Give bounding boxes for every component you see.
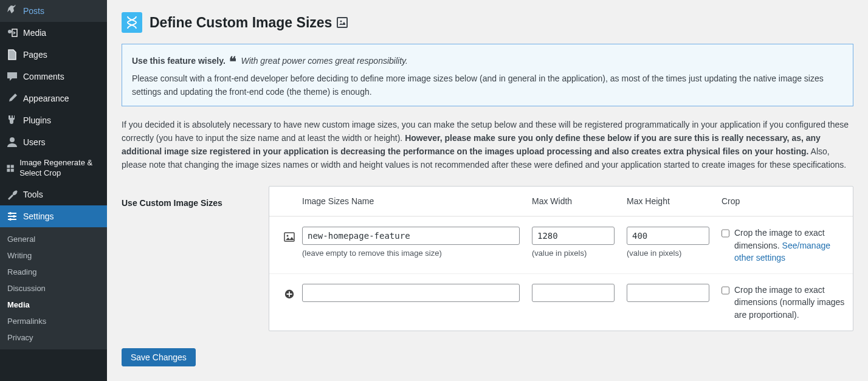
sidebar-item-label: Posts xyxy=(23,5,44,16)
description-text: If you decided it is absolutely necessar… xyxy=(122,118,853,171)
image-icon xyxy=(337,17,348,28)
save-button[interactable]: Save Changes xyxy=(122,348,196,366)
settings-submenu: General Writing Reading Discussion Media… xyxy=(0,227,107,349)
crop-label-text: Crop the image to exact dimensions (norm… xyxy=(734,284,846,321)
page-heading: Define Custom Image Sizes xyxy=(122,12,853,33)
plugin-logo-icon xyxy=(122,12,142,33)
crop-checkbox[interactable] xyxy=(722,228,729,238)
svg-rect-5 xyxy=(11,169,14,172)
add-row-icon[interactable] xyxy=(283,287,296,301)
name-hint: (leave empty to remove this image size) xyxy=(302,249,520,258)
sidebar-item-appearance[interactable]: Appearance xyxy=(0,88,107,109)
sidebar-item-comments[interactable]: Comments xyxy=(0,66,107,88)
col-header-width: Max Width xyxy=(532,196,627,206)
sidebar-item-label: Plugins xyxy=(23,115,51,126)
svg-point-0 xyxy=(8,30,12,33)
sidebar-item-label: Media xyxy=(23,27,46,38)
sidebar-item-media[interactable]: Media xyxy=(0,22,107,44)
sidebar-item-label: Settings xyxy=(23,211,54,222)
image-sizes-table: Image Sizes Name Max Width Max Height Cr… xyxy=(269,186,853,331)
max-width-input[interactable] xyxy=(532,227,615,245)
wrench-icon xyxy=(6,188,18,201)
submenu-item-privacy[interactable]: Privacy xyxy=(0,329,107,346)
size-name-input[interactable] xyxy=(302,284,520,302)
sidebar-item-pages[interactable]: Pages xyxy=(0,44,107,66)
svg-point-7 xyxy=(13,215,15,218)
table-row: Crop the image to exact dimensions (norm… xyxy=(269,273,853,331)
sidebar-item-settings[interactable]: Settings xyxy=(0,205,107,227)
svg-point-6 xyxy=(9,212,12,215)
media-icon xyxy=(6,27,18,39)
svg-point-9 xyxy=(340,21,342,22)
svg-point-1 xyxy=(10,137,15,142)
svg-point-8 xyxy=(9,218,12,221)
user-icon xyxy=(6,136,18,148)
sidebar-item-label: Image Regenerate & Select Crop xyxy=(19,158,102,179)
page-title: Define Custom Image Sizes xyxy=(150,15,332,31)
submenu-item-writing[interactable]: Writing xyxy=(0,247,107,264)
col-header-crop: Crop xyxy=(722,196,846,206)
table-header: Image Sizes Name Max Width Max Height Cr… xyxy=(269,187,853,216)
col-header-height: Max Height xyxy=(627,196,722,206)
pin-icon xyxy=(6,5,18,17)
sliders-icon xyxy=(6,210,18,222)
sidebar-item-label: Users xyxy=(23,137,46,148)
svg-rect-4 xyxy=(7,169,10,172)
crop-label-text: Crop the image to exact dimensions. See/… xyxy=(734,227,846,264)
warning-notice: Use this feature wisely. ❝ With great po… xyxy=(122,44,853,106)
sidebar-item-label: Comments xyxy=(23,71,64,82)
comment-icon xyxy=(6,70,18,83)
table-row: (leave empty to remove this image size) … xyxy=(269,216,853,273)
section-label: Use Custom Image Sizes xyxy=(122,186,269,208)
page-icon xyxy=(6,49,18,61)
width-hint: (value in pixels) xyxy=(532,249,615,258)
image-row-icon xyxy=(283,230,296,244)
custom-sizes-form: Use Custom Image Sizes Image Sizes Name … xyxy=(122,186,853,331)
submenu-item-discussion[interactable]: Discussion xyxy=(0,280,107,297)
brush-icon xyxy=(6,92,18,105)
sidebar-item-label: Pages xyxy=(23,49,47,60)
max-height-input[interactable] xyxy=(627,284,709,302)
sidebar-item-users[interactable]: Users xyxy=(0,131,107,153)
sidebar-item-label: Tools xyxy=(23,189,43,200)
plug-icon xyxy=(6,114,18,126)
notice-body: Please consult with a front-end develope… xyxy=(132,74,824,97)
sidebar-item-tools[interactable]: Tools xyxy=(0,184,107,205)
submenu-item-general[interactable]: General xyxy=(0,231,107,247)
sidebar-item-plugins[interactable]: Plugins xyxy=(0,109,107,131)
svg-rect-2 xyxy=(7,165,10,168)
notice-bold: Use this feature wisely. xyxy=(132,56,226,66)
svg-rect-3 xyxy=(11,165,14,168)
max-width-input[interactable] xyxy=(532,284,615,302)
notice-quote: With great power comes great responsibil… xyxy=(241,56,408,66)
size-name-input[interactable] xyxy=(302,227,520,245)
sidebar-item-label: Appearance xyxy=(23,93,69,104)
sidebar-item-image-regenerate[interactable]: Image Regenerate & Select Crop xyxy=(0,153,107,184)
crop-checkbox-label[interactable]: Crop the image to exact dimensions. See/… xyxy=(722,227,846,264)
col-header-name: Image Sizes Name xyxy=(302,196,532,206)
submenu-item-reading[interactable]: Reading xyxy=(0,264,107,280)
sidebar-item-posts[interactable]: Posts xyxy=(0,0,107,22)
grid-icon xyxy=(6,162,15,174)
height-hint: (value in pixels) xyxy=(627,249,709,258)
quote-icon: ❝ xyxy=(229,54,236,69)
submenu-item-permalinks[interactable]: Permalinks xyxy=(0,313,107,329)
submenu-item-media[interactable]: Media xyxy=(0,297,107,313)
admin-sidebar: Posts Media Pages Comments Appearance Pl… xyxy=(0,0,107,381)
crop-checkbox-label[interactable]: Crop the image to exact dimensions (norm… xyxy=(722,284,846,321)
main-content: Define Custom Image Sizes Use this featu… xyxy=(107,0,868,381)
svg-point-11 xyxy=(287,235,289,237)
max-height-input[interactable] xyxy=(627,227,709,245)
crop-checkbox[interactable] xyxy=(722,286,729,295)
